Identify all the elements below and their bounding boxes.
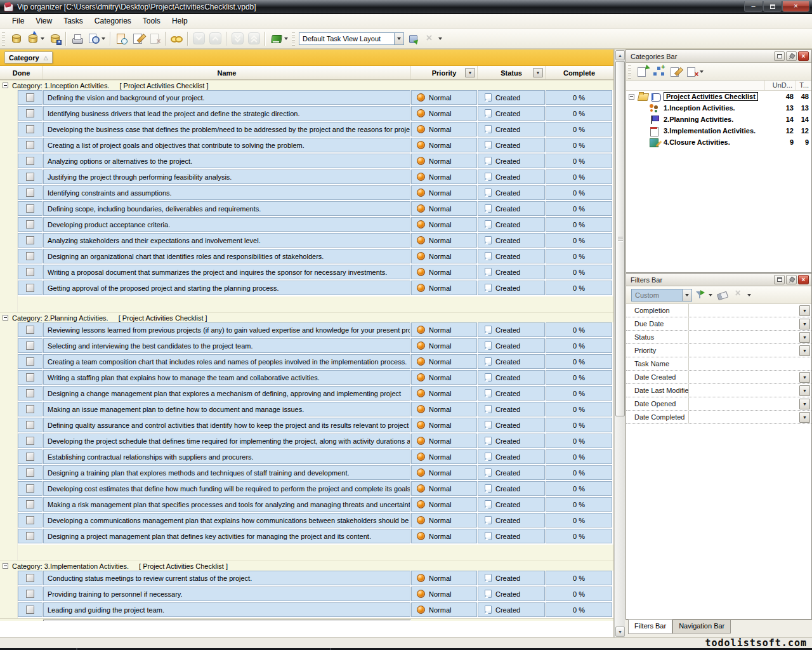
scrollbar-thumb[interactable] (615, 61, 625, 416)
status-cell[interactable]: Created (478, 386, 545, 401)
status-cell[interactable]: Created (478, 465, 545, 480)
priority-cell[interactable]: Normal (411, 169, 477, 184)
priority-cell[interactable]: Normal (411, 265, 477, 279)
combo-dropdown-icon[interactable] (682, 289, 691, 301)
categories-overflow-dropdown-icon[interactable] (700, 70, 704, 73)
filter-preset-combo[interactable]: Custom (631, 289, 692, 302)
restore-button[interactable] (763, 1, 782, 12)
priority-cell[interactable]: Normal (411, 185, 477, 200)
task-name-cell[interactable]: Identifying constraints and assumptions. (43, 185, 410, 200)
filter-status-dropdown[interactable]: ▼ (799, 332, 810, 343)
collapse-icon[interactable] (629, 94, 634, 100)
menu-item-help[interactable]: Help (166, 15, 193, 27)
task-view-dropdown-icon[interactable] (284, 37, 288, 40)
status-cell[interactable]: Created (478, 497, 545, 512)
column-header-name[interactable]: Name (43, 66, 411, 79)
save-layout-button[interactable] (406, 31, 421, 46)
task-checkbox[interactable] (26, 204, 34, 213)
filter-date-completed-dropdown[interactable]: ▼ (799, 412, 810, 423)
complete-cell[interactable]: 0 % (546, 217, 612, 232)
filter-date-opened-dropdown[interactable]: ▼ (799, 399, 810, 409)
filter-field-value[interactable] (689, 397, 799, 410)
tab-navigation-bar[interactable]: Navigation Bar (672, 620, 731, 633)
task-name-cell[interactable]: Writing a proposal document that summari… (43, 265, 410, 279)
task-name-cell[interactable]: Creating a list of project goals and obj… (43, 138, 410, 152)
priority-cell[interactable]: Normal (411, 154, 477, 168)
group-by-category-button[interactable]: Category △ (4, 51, 53, 63)
priority-cell[interactable]: Normal (411, 217, 477, 232)
complete-cell[interactable]: 0 % (546, 386, 612, 401)
complete-cell[interactable]: 0 % (546, 513, 612, 527)
minimize-button[interactable]: – (744, 1, 763, 12)
complete-cell[interactable]: 0 % (546, 587, 612, 601)
toolbar-overflow-dropdown-icon[interactable] (438, 37, 442, 40)
task-name-cell[interactable]: Analyzing options or alternatives to the… (43, 154, 410, 168)
status-filter-dropdown[interactable]: ▼ (533, 68, 543, 77)
task-checkbox[interactable] (26, 125, 34, 133)
complete-cell[interactable]: 0 % (546, 265, 612, 279)
task-checkbox[interactable] (26, 484, 34, 493)
complete-cell[interactable]: 0 % (546, 138, 612, 152)
column-header-priority[interactable]: Priority▼ (411, 66, 478, 79)
filters-close-button[interactable]: × (798, 275, 809, 284)
status-cell[interactable]: Created (478, 90, 545, 105)
task-name-cell[interactable]: Developing a communications management p… (43, 513, 410, 527)
priority-cell[interactable]: Normal (411, 587, 477, 601)
column-header-done[interactable]: Done (0, 66, 43, 79)
category-item-3-implementation-activities[interactable]: 3.Implementation Activities.1212 (626, 125, 811, 136)
filter-field-value[interactable] (689, 317, 799, 330)
complete-cell[interactable]: 0 % (546, 249, 612, 263)
status-cell[interactable]: Created (478, 217, 545, 232)
task-name-cell[interactable]: Designing a change management plan that … (43, 386, 410, 401)
task-checkbox[interactable] (26, 405, 34, 413)
status-cell[interactable]: Created (478, 154, 545, 168)
column-header-status[interactable]: Status▼ (478, 66, 546, 79)
status-cell[interactable]: Created (478, 233, 545, 248)
complete-cell[interactable]: 0 % (546, 354, 612, 369)
collapse-icon[interactable] (3, 315, 8, 321)
complete-cell[interactable]: 0 % (546, 434, 612, 448)
status-cell[interactable]: Created (478, 587, 545, 601)
delete-category-button[interactable] (684, 64, 699, 79)
priority-cell[interactable]: Normal (411, 465, 477, 480)
filter-priority-dropdown[interactable]: ▼ (799, 345, 810, 356)
task-name-cell[interactable]: Writing a staffing plan that explains ho… (43, 370, 410, 385)
tab-filters-bar[interactable]: Filters Bar (628, 620, 672, 634)
edit-task-button[interactable] (130, 31, 145, 46)
priority-cell[interactable]: Normal (411, 249, 477, 263)
filter-field-value[interactable] (689, 331, 799, 343)
status-cell[interactable]: Created (478, 322, 545, 337)
task-name-cell[interactable]: Getting approval of the proposed project… (43, 281, 410, 295)
filter-date-created-dropdown[interactable]: ▼ (799, 372, 810, 383)
status-cell[interactable]: Created (478, 265, 545, 279)
complete-cell[interactable]: 0 % (546, 185, 612, 200)
priority-cell[interactable]: Normal (411, 122, 477, 136)
menu-item-view[interactable]: View (30, 15, 58, 27)
column-header-complete[interactable]: Complete (546, 66, 613, 79)
status-cell[interactable]: Created (478, 571, 545, 585)
task-checkbox[interactable] (26, 342, 34, 350)
status-cell[interactable]: Created (478, 418, 545, 432)
filters-maximize-button[interactable] (774, 275, 785, 284)
task-checkbox[interactable] (26, 357, 34, 366)
priority-cell[interactable]: Normal (411, 434, 477, 448)
complete-cell[interactable]: 0 % (546, 154, 612, 168)
complete-cell[interactable]: 0 % (546, 122, 612, 136)
menu-item-categories[interactable]: Categories (89, 15, 137, 27)
filter-field-value[interactable] (689, 357, 811, 370)
priority-cell[interactable]: Normal (411, 338, 477, 353)
status-cell[interactable]: Created (478, 281, 545, 295)
filters-pin-button[interactable] (786, 275, 797, 284)
priority-cell[interactable]: Normal (411, 449, 477, 464)
priority-cell[interactable]: Normal (411, 281, 477, 295)
print-button[interactable] (69, 31, 84, 46)
status-cell[interactable]: Created (478, 513, 545, 527)
task-checkbox[interactable] (26, 220, 34, 229)
task-name-cell[interactable]: Conducting status meetings to review cur… (43, 571, 410, 585)
status-cell[interactable]: Created (478, 201, 545, 216)
open-database-button[interactable] (25, 31, 40, 46)
edit-category-button[interactable] (667, 64, 683, 79)
categories-pin-button[interactable] (786, 51, 797, 61)
task-checkbox[interactable] (26, 173, 34, 181)
filter-field-value[interactable] (689, 344, 799, 357)
